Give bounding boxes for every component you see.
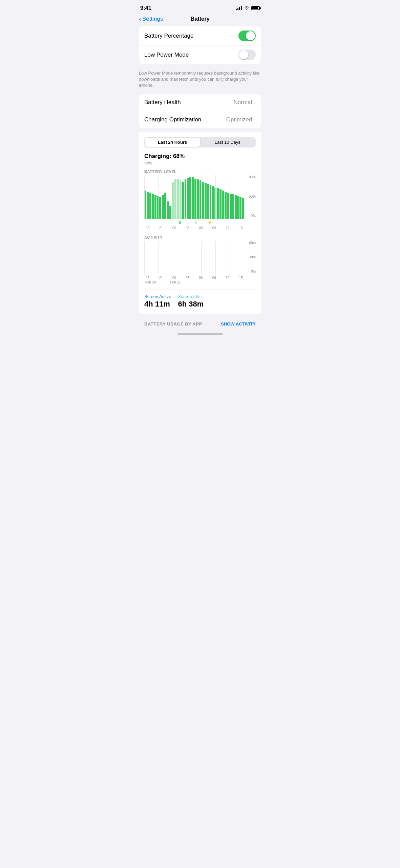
activity-label: ACTIVITY xyxy=(144,235,256,239)
charging-indicators: —— ⏸ —·— ⏸ ——⚡—— xyxy=(144,220,244,225)
battery-health-chevron: › xyxy=(254,100,256,105)
battery-x-labels: 18 21 00 03 06 09 12 15 xyxy=(144,226,244,230)
low-power-mode-toggle[interactable] xyxy=(238,50,256,60)
show-activity-button[interactable]: SHOW ACTIVITY xyxy=(221,321,256,327)
date-feb20: Feb 20 xyxy=(144,280,157,284)
pause-icon: ⏸ xyxy=(178,220,182,224)
date-empty-4 xyxy=(207,280,219,284)
status-bar: 9:41 xyxy=(133,0,267,14)
back-label: Settings xyxy=(142,16,163,22)
activity-bars xyxy=(144,241,244,275)
screen-active-stat: Screen Active 4h 11m xyxy=(144,294,171,309)
date-empty-3 xyxy=(194,280,207,284)
battery-percentage-toggle[interactable] xyxy=(238,31,256,41)
screen-active-label: Screen Active xyxy=(144,294,171,299)
charging-optimization-status: Optimized xyxy=(226,116,252,123)
toggle-knob-lpm xyxy=(239,50,248,59)
charging-symbol-1: —— xyxy=(169,220,176,224)
ax-label-09: 09 xyxy=(211,276,217,280)
back-button[interactable]: ‹ Settings xyxy=(139,16,163,23)
tab-last-10-days[interactable]: Last 10 Days xyxy=(200,138,255,147)
battery-usage-label: BATTERY USAGE BY APP xyxy=(144,321,202,327)
battery-status-icon xyxy=(251,6,260,10)
date-empty-6 xyxy=(232,280,244,284)
battery-percentage-row[interactable]: Battery Percentage xyxy=(139,26,261,45)
x-label-18: 18 xyxy=(144,226,151,230)
ax-label-03: 03 xyxy=(184,276,191,280)
battery-level-chart: BATTERY LEVEL 100% 50% 0% —— ⏸ xyxy=(144,170,256,230)
divider xyxy=(144,290,256,290)
ay-label-60m: 60m xyxy=(249,241,256,245)
ax-label-06: 06 xyxy=(197,276,204,280)
toggle-knob xyxy=(246,31,255,40)
settings-card-1: Battery Percentage Low Power Mode xyxy=(139,26,261,64)
ay-label-0m: 0m xyxy=(251,270,256,273)
status-icons xyxy=(236,6,260,11)
x-label-03: 03 xyxy=(184,226,191,230)
time-range-selector[interactable]: Last 24 Hours Last 10 Days xyxy=(144,137,256,147)
activity-chart: ACTIVITY 60m 30m 0m 18 21 00 0 xyxy=(144,235,256,284)
battery-y-labels: 100% 50% 0% xyxy=(247,175,256,219)
battery-usage-section: BATTERY USAGE BY APP SHOW ACTIVITY xyxy=(139,317,261,331)
battery-health-label: Battery Health xyxy=(144,99,181,106)
activity-x-labels: 18 21 00 03 06 09 12 15 xyxy=(144,276,244,280)
x-label-21: 21 xyxy=(157,226,164,230)
x-label-00: 00 xyxy=(171,226,178,230)
screen-idle-stat: Screen Idle 6h 38m xyxy=(178,294,204,309)
tab-last-24-hours[interactable]: Last 24 Hours xyxy=(145,138,200,147)
battery-health-value: Normal › xyxy=(234,99,256,106)
home-indicator xyxy=(177,333,223,335)
screen-idle-label: Screen Idle xyxy=(178,294,204,299)
battery-health-status: Normal xyxy=(234,99,252,106)
y-label-50: 50% xyxy=(249,195,256,198)
screen-idle-value: 6h 38m xyxy=(178,300,204,309)
x-label-06: 06 xyxy=(197,226,204,230)
y-label-100: 100% xyxy=(247,175,256,179)
charging-title: Charging: 68% xyxy=(144,153,256,160)
ax-label-00: 00 xyxy=(171,276,178,280)
stats-row: Screen Active 4h 11m Screen Idle 6h 38m xyxy=(144,294,256,309)
charging-symbol-2: —·— xyxy=(184,220,192,224)
activity-chart-container: 60m 30m 0m xyxy=(144,241,256,275)
activity-y-labels: 60m 30m 0m xyxy=(249,241,256,275)
y-label-0: 0% xyxy=(251,214,256,218)
charging-optimization-value: Optimized › xyxy=(226,116,256,123)
low-power-mode-label: Low Power Mode xyxy=(144,52,189,58)
signal-icon xyxy=(236,6,242,10)
battery-bars xyxy=(144,175,244,219)
date-feb21: Feb 21 xyxy=(169,280,182,284)
wifi-icon xyxy=(244,6,249,11)
battery-chart-container: 100% 50% 0% xyxy=(144,175,256,219)
ay-label-30m: 30m xyxy=(249,255,256,259)
ax-label-18: 18 xyxy=(144,276,151,280)
battery-percentage-label: Battery Percentage xyxy=(144,33,194,39)
status-time: 9:41 xyxy=(140,5,151,12)
ax-label-15: 15 xyxy=(237,276,244,280)
low-power-mode-row[interactable]: Low Power Mode xyxy=(139,45,261,64)
page-title: Battery xyxy=(190,16,209,22)
date-labels: Feb 20 Feb 21 xyxy=(144,280,244,284)
settings-card-2: Battery Health Normal › Charging Optimiz… xyxy=(139,94,261,128)
nav-bar: ‹ Settings Battery xyxy=(133,14,267,26)
screen-active-value: 4h 11m xyxy=(144,300,171,309)
date-empty-5 xyxy=(219,280,232,284)
charging-optimization-row[interactable]: Charging Optimization Optimized › xyxy=(139,111,261,128)
charging-optimization-chevron: › xyxy=(254,117,256,122)
chart-card: Last 24 Hours Last 10 Days Charging: 68%… xyxy=(139,132,261,314)
x-label-09: 09 xyxy=(211,226,217,230)
charging-time: now xyxy=(144,160,256,165)
x-label-12: 12 xyxy=(224,226,231,230)
charging-optimization-label: Charging Optimization xyxy=(144,116,201,123)
ax-label-21: 21 xyxy=(157,276,164,280)
back-chevron-icon: ‹ xyxy=(139,16,141,23)
battery-health-row[interactable]: Battery Health Normal › xyxy=(139,94,261,111)
x-label-15: 15 xyxy=(237,226,244,230)
date-empty-1 xyxy=(157,280,169,284)
low-power-help-text: Low Power Mode temporarily reduces backg… xyxy=(133,67,267,94)
charging-symbol-3: ——⚡—— xyxy=(200,220,220,225)
charging-info: Charging: 68% now xyxy=(144,153,256,165)
date-empty-2 xyxy=(182,280,194,284)
battery-level-label: BATTERY LEVEL xyxy=(144,170,256,174)
pause-icon-2: ⏸ xyxy=(194,220,198,224)
ax-label-12: 12 xyxy=(224,276,231,280)
